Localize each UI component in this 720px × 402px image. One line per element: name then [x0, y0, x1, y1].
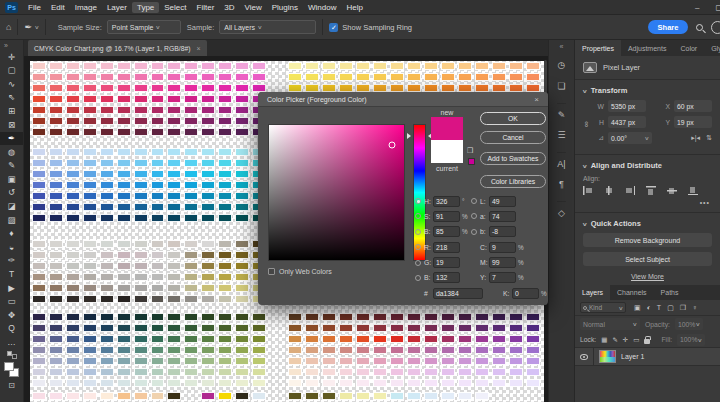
menu-layer[interactable]: Layer [102, 2, 132, 13]
saturation-brightness-field[interactable] [268, 124, 405, 261]
object-selection-tool[interactable]: ⇖ [0, 91, 23, 105]
tab-properties[interactable]: Properties [575, 40, 621, 56]
brush-tool[interactable]: ✎ [0, 159, 23, 173]
screen-mode-icon[interactable]: ⊡ [8, 381, 15, 390]
lock-all-icon[interactable] [644, 339, 650, 344]
expand-dock-icon[interactable]: « [560, 40, 564, 54]
b-field[interactable]: 132 [433, 272, 460, 283]
web-gamut-warning-icon[interactable]: ❒ [467, 147, 473, 155]
ok-button[interactable]: OK [480, 112, 546, 125]
rotation-angle-field[interactable]: 0.00° ∨ [608, 132, 652, 144]
view-more-link[interactable]: View More [583, 273, 712, 280]
hand-tool[interactable]: ✥ [0, 308, 23, 322]
healing-brush-tool[interactable]: ◍ [0, 145, 23, 159]
align-bottom-edges-icon[interactable] [688, 186, 698, 195]
h-field[interactable]: 326 [433, 196, 460, 207]
opacity-field[interactable]: 100% ∨ [675, 318, 703, 330]
menu-image[interactable]: Image [70, 2, 102, 13]
more-options-icon[interactable]: ••• [585, 199, 710, 206]
menu-view[interactable]: View [240, 2, 267, 13]
l-field[interactable]: 49 [489, 196, 516, 207]
layer-row[interactable]: Layer 1 [575, 347, 720, 366]
filter-smart-objects-icon[interactable]: ❐ [680, 304, 686, 312]
b-radio[interactable] [415, 275, 421, 281]
link-dimensions-icon[interactable]: ∞ [575, 120, 611, 128]
cancel-button[interactable]: Cancel [480, 131, 546, 144]
eraser-tool[interactable]: ◪ [0, 200, 23, 214]
sample-size-dropdown[interactable]: Point Sample ∨ [107, 20, 181, 34]
pen-tool[interactable]: ✑ [0, 254, 23, 268]
libraries-panel-icon[interactable]: ◇ [557, 201, 565, 222]
h-radio[interactable] [415, 198, 421, 204]
clone-stamp-tool[interactable]: ▣ [0, 172, 23, 186]
b-field[interactable]: 85 [433, 226, 460, 237]
a-field[interactable]: 74 [489, 211, 516, 222]
align-horizontal-centers-icon[interactable] [604, 186, 614, 195]
align-section-header[interactable]: ∨ Align and Distribute [583, 161, 712, 170]
lasso-tool[interactable]: ∿ [0, 77, 23, 91]
k-field[interactable]: 0 [512, 288, 539, 299]
y-field[interactable]: 19 px [674, 116, 712, 128]
align-top-edges-icon[interactable] [646, 186, 656, 195]
history-brush-tool[interactable]: ↺ [0, 186, 23, 200]
b-radio[interactable] [471, 229, 477, 235]
dodge-tool[interactable]: ◒ [0, 240, 23, 254]
close-tab-icon[interactable]: × [197, 45, 201, 52]
y-field[interactable]: 7 [489, 272, 516, 283]
lock-position-icon[interactable]: ✛ [623, 336, 628, 344]
layer-thumbnail[interactable] [599, 350, 616, 363]
blur-tool[interactable]: ♦ [0, 227, 23, 241]
lock-transparent-pixels-icon[interactable]: ▦ [601, 336, 607, 344]
l-radio[interactable] [471, 198, 477, 204]
zoom-tool[interactable]: Q [0, 322, 23, 336]
flip-horizontal-icon[interactable]: ▸|◂ [691, 134, 700, 142]
tab-glyphs[interactable]: Glyphs [704, 40, 720, 56]
color-field-marker[interactable] [388, 142, 395, 149]
b-field[interactable]: -8 [489, 226, 516, 237]
filter-toggle-icon[interactable]: ♀ [692, 304, 697, 311]
select-subject-button[interactable]: Select Subject [583, 252, 712, 266]
default-colors-icon[interactable] [7, 351, 17, 359]
menu-select[interactable]: Select [159, 2, 191, 13]
menu-edit[interactable]: Edit [46, 2, 70, 13]
menu-plugins[interactable]: Plugins [267, 2, 303, 13]
m-field[interactable]: 99 [489, 257, 516, 268]
filter-shape-layers-icon[interactable]: ▢ [667, 304, 674, 312]
frame-tool[interactable]: ⊠ [0, 118, 23, 132]
minimize-button[interactable]: – [695, 3, 699, 12]
filter-type-layers-icon[interactable]: T [657, 304, 661, 311]
menu-file[interactable]: File [23, 2, 46, 13]
flip-vertical-icon[interactable]: ⇅ [706, 134, 712, 142]
eyedropper-icon[interactable]: ✒ [24, 22, 32, 32]
marquee-tool[interactable]: ▢ [0, 64, 23, 78]
path-selection-tool[interactable]: ▶ [0, 281, 23, 295]
width-field[interactable]: 5350 px [608, 100, 646, 112]
layer-visibility-eye-icon[interactable] [580, 354, 588, 360]
move-tool[interactable]: ✛ [0, 50, 23, 64]
filter-pixel-layers-icon[interactable]: ▣ [634, 304, 641, 312]
align-vertical-centers-icon[interactable] [667, 186, 677, 195]
b-radio[interactable] [415, 229, 421, 235]
lock-artboard-icon[interactable]: ▭ [633, 336, 639, 344]
hex-field[interactable]: da1384 [433, 288, 483, 299]
align-left-edges-icon[interactable] [583, 186, 593, 195]
tab-adjustments[interactable]: Adjustments [621, 40, 674, 56]
brush-settings-panel-icon[interactable]: ✎ [557, 103, 565, 124]
transform-section-header[interactable]: ∨ Transform [583, 86, 712, 95]
character-panel-icon[interactable]: A| [557, 152, 565, 173]
maximize-button[interactable]: ▢ [715, 3, 720, 12]
history-panel-icon[interactable]: ◷ [557, 54, 565, 75]
dialog-title-bar[interactable]: Color Picker (Foreground Color) × [258, 92, 548, 107]
tab-channels[interactable]: Channels [610, 285, 654, 300]
g-radio[interactable] [415, 260, 421, 266]
menu-window[interactable]: Window [303, 2, 341, 13]
color-libraries-button[interactable]: Color Libraries [480, 175, 546, 188]
chevron-down-icon[interactable]: ∨ [34, 24, 39, 30]
comments-panel-icon[interactable]: ❏ [557, 75, 565, 96]
brushes-panel-icon[interactable]: ☰ [557, 124, 565, 145]
add-to-swatches-button[interactable]: Add to Swatches [480, 152, 546, 165]
account-avatar[interactable] [711, 21, 720, 34]
websafe-color-swatch[interactable] [468, 158, 475, 165]
tab-layers[interactable]: Layers [575, 285, 610, 300]
edit-toolbar[interactable]: … [0, 335, 23, 349]
